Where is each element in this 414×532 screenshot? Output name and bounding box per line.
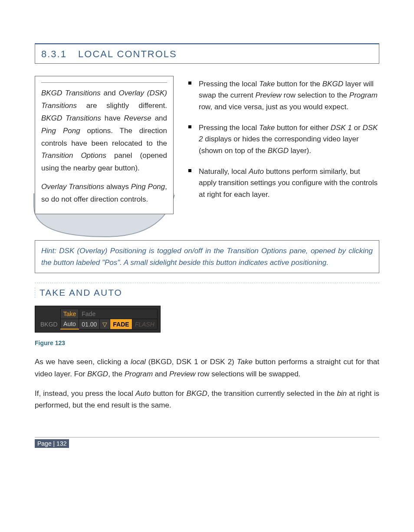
callout-p1: BKGD Transitions and Overlay (DSK) Trans… — [41, 87, 167, 175]
callout-wrapper: BKGD Transitions and Overlay (DSK) Trans… — [35, 76, 174, 214]
table-row: Take Fade — [38, 309, 157, 319]
section-heading: 8.3.1 LOCAL CONTROLS — [35, 43, 379, 64]
subheading: TAKE AND AUTO — [35, 287, 379, 298]
section-number: 8.3.1 — [41, 49, 67, 59]
flash-preset: FLASH — [132, 319, 157, 330]
figure-table: Take Fade BKGD Auto 01.00 ▽ FADE FLASH — [38, 309, 158, 330]
body-paragraph: If, instead, you press the local Auto bu… — [35, 388, 379, 411]
bullet-item: Pressing the local Take button for the B… — [186, 78, 379, 113]
bullet-item: Naturally, local Auto buttons perform si… — [186, 166, 379, 200]
hint-box: Hint: DSK (Overlay) Positioning is toggl… — [35, 240, 379, 273]
section-title: LOCAL CONTROLS — [78, 49, 177, 59]
two-column-layout: BKGD Transitions and Overlay (DSK) Trans… — [35, 76, 379, 214]
bullet-list: Pressing the local Take button for the B… — [186, 78, 379, 200]
callout-p2: Overlay Transitions always Ping Pong, so… — [41, 181, 167, 206]
dropdown-icon: ▽ — [100, 319, 110, 330]
bullet-list-region: Pressing the local Take button for the B… — [186, 76, 379, 214]
duration-value: 01.00 — [79, 319, 100, 330]
callout-rule — [41, 82, 167, 83]
take-button-label: Take — [60, 309, 79, 319]
note-callout: BKGD Transitions and Overlay (DSK) Trans… — [35, 76, 174, 214]
figure-ui: Take Fade BKGD Auto 01.00 ▽ FADE FLASH — [35, 306, 161, 333]
bkgd-row-label: BKGD — [38, 319, 60, 330]
figure-caption: Figure 123 — [35, 339, 379, 346]
auto-button-label: Auto — [60, 319, 79, 330]
body-paragraph: As we have seen, clicking a local (BKGD,… — [35, 356, 379, 379]
fade-column-header: Fade — [79, 309, 158, 319]
table-row: BKGD Auto 01.00 ▽ FADE FLASH — [38, 319, 157, 330]
page-number: Page | 132 — [35, 439, 69, 448]
fade-preset: FADE — [110, 319, 132, 330]
subheading-region: TAKE AND AUTO — [35, 283, 379, 298]
figure-cell-blank — [38, 309, 60, 319]
footer-rule — [35, 437, 379, 437]
bullet-item: Pressing the local Take button for eithe… — [186, 122, 379, 157]
